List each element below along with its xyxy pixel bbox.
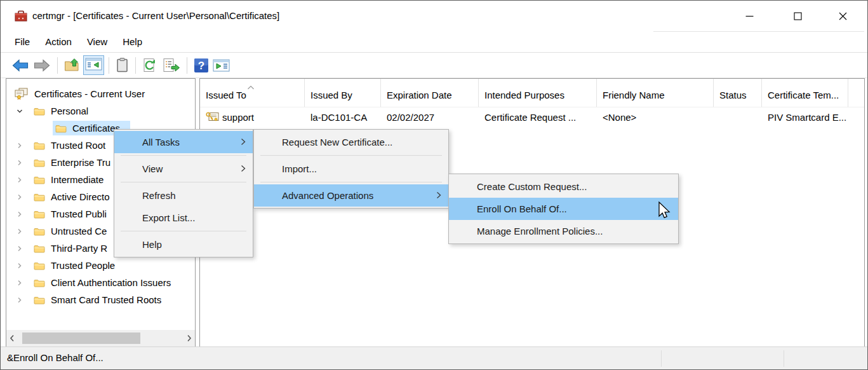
tree-item-personal[interactable]: Personal [6, 102, 195, 120]
tree-item-trusted-people[interactable]: Trusted People [6, 257, 195, 274]
chevron-right-icon[interactable] [15, 142, 24, 149]
minimize-button[interactable] [735, 1, 765, 31]
svg-text:?: ? [198, 60, 204, 72]
help-icon[interactable]: ? [194, 58, 209, 73]
folder-icon [34, 210, 45, 219]
tree-item-label: Trusted Publi [51, 209, 107, 219]
status-text: &Enroll On Behalf Of... [7, 347, 103, 369]
back-icon[interactable] [11, 58, 29, 72]
statusbar-divider [784, 350, 784, 367]
tree-item-label: Trusted People [51, 260, 115, 271]
menu-view[interactable]: View [79, 32, 115, 52]
tree-item-label: Personal [51, 106, 88, 116]
chevron-right-icon[interactable] [15, 228, 24, 235]
folder-icon [34, 296, 45, 305]
tree-item-label: Client Authentication Issuers [51, 277, 171, 288]
chevron-down-icon[interactable] [15, 107, 24, 115]
close-button[interactable] [828, 1, 858, 31]
export-list-icon[interactable] [162, 58, 180, 73]
menu-separator [121, 182, 246, 182]
context-menu-view[interactable]: View [114, 158, 253, 180]
menu-item-label: Advanced Operations [282, 190, 373, 201]
submenu-advanced-operations[interactable]: Advanced Operations [254, 184, 448, 207]
chevron-right-icon[interactable] [15, 159, 24, 167]
show-hide-console-tree-icon[interactable] [83, 55, 104, 75]
menu-item-label: View [142, 163, 163, 174]
menu-bar: File Action View Help [1, 32, 867, 52]
forward-icon[interactable] [33, 58, 51, 72]
menu-separator [121, 155, 246, 156]
column-header-friendly-name[interactable]: Friendly Name [597, 79, 714, 107]
show-hide-action-pane-icon[interactable] [213, 58, 230, 72]
folder-icon [34, 175, 45, 184]
scroll-right-arrow-icon[interactable] [184, 330, 195, 346]
chevron-right-icon[interactable] [15, 262, 24, 270]
scrollbar-thumb[interactable] [22, 332, 140, 344]
all-tasks-submenu: Request New Certificate... Import... Adv… [253, 129, 449, 209]
column-header-expiration-date[interactable]: Expiration Date [381, 79, 479, 107]
context-menu-all-tasks[interactable]: All Tasks [114, 131, 253, 153]
chevron-right-icon[interactable] [15, 193, 24, 201]
menu-action[interactable]: Action [37, 32, 79, 52]
menu-item-label: Enroll On Behalf Of... [477, 203, 567, 214]
chevron-right-icon[interactable] [15, 210, 24, 218]
clipboard-icon[interactable] [116, 57, 129, 73]
folder-icon [34, 244, 45, 253]
context-menu-export-list[interactable]: Export List... [114, 207, 253, 229]
chevron-right-icon[interactable] [15, 296, 24, 304]
tree-item-label: Certificates [72, 123, 120, 134]
certificate-row-support[interactable]: support la-DC101-CA 02/02/2027 Certifica… [200, 107, 864, 127]
folder-icon [34, 158, 45, 167]
sort-ascending-icon [247, 81, 255, 92]
chevron-right-icon[interactable] [15, 176, 24, 184]
tree-item-smart-card-trusted-roots[interactable]: Smart Card Trusted Roots [6, 291, 195, 308]
chevron-right-icon[interactable] [15, 245, 24, 252]
context-menu-refresh[interactable]: Refresh [114, 184, 253, 207]
menu-item-label: All Tasks [142, 137, 180, 147]
submenu-manage-enrollment-policies[interactable]: Manage Enrollment Policies... [449, 220, 678, 242]
menu-file[interactable]: File [7, 32, 37, 52]
maximize-button[interactable] [783, 1, 813, 31]
folder-icon [55, 124, 67, 133]
context-menu-help[interactable]: Help [114, 233, 253, 256]
menu-item-label: Export List... [142, 212, 195, 223]
title-bar[interactable]: certmgr - [Certificates - Current User\P… [1, 1, 867, 31]
column-header-status[interactable]: Status [714, 79, 762, 107]
toolbar-separator [57, 57, 58, 74]
certmgr-app-icon [14, 9, 28, 23]
menu-item-label: Help [142, 239, 162, 250]
scroll-left-arrow-icon[interactable] [6, 330, 18, 346]
column-header-intended-purposes[interactable]: Intended Purposes [479, 79, 597, 107]
certificate-with-key-icon [206, 111, 219, 123]
cell-expiration-date: 02/02/2027 [381, 112, 479, 123]
chevron-right-icon[interactable] [15, 279, 24, 287]
submenu-arrow-icon [436, 191, 441, 199]
window-title: certmgr - [Certificates - Current User\P… [32, 1, 279, 31]
folder-icon [34, 278, 45, 287]
advanced-operations-submenu: Create Custom Request... Enroll On Behal… [448, 174, 679, 244]
tree-item-label: Untrusted Ce [51, 226, 107, 236]
cell-certificate-template: PIV Smartcard E... [762, 112, 848, 123]
submenu-create-custom-request[interactable]: Create Custom Request... [449, 175, 678, 198]
submenu-enroll-on-behalf-of[interactable]: Enroll On Behalf Of... [449, 198, 678, 220]
menu-item-label: Refresh [142, 190, 176, 201]
menu-item-label: Import... [282, 163, 317, 174]
menu-help[interactable]: Help [115, 32, 150, 52]
submenu-request-new-certificate[interactable]: Request New Certificate... [254, 131, 448, 153]
refresh-icon[interactable] [142, 58, 158, 73]
statusbar-divider [661, 350, 662, 367]
submenu-arrow-icon [241, 165, 246, 172]
column-header-issued-by[interactable]: Issued By [305, 79, 381, 107]
tree-item-label: Smart Card Trusted Roots [51, 294, 161, 305]
submenu-import[interactable]: Import... [254, 158, 448, 180]
up-one-level-icon[interactable] [64, 58, 81, 72]
cell-issued-to: support [222, 112, 254, 123]
column-header-certificate-template[interactable]: Certificate Tem... [762, 79, 848, 107]
tree-root-certificates-current-user[interactable]: Certificates - Current User [6, 85, 195, 102]
menu-item-label: Request New Certificate... [282, 137, 392, 147]
tree-root-label: Certificates - Current User [34, 88, 145, 99]
tree-horizontal-scrollbar[interactable] [6, 330, 195, 346]
tree-item-label: Third-Party R [51, 243, 107, 254]
tree-item-client-authentication-issuers[interactable]: Client Authentication Issuers [6, 274, 195, 291]
menu-separator [260, 155, 442, 156]
